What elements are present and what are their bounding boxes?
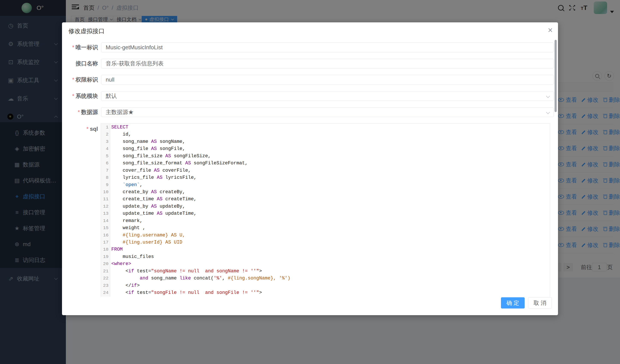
code-line: and song_name like concat('%', #{ling.so… bbox=[111, 275, 550, 282]
line-number: 9 bbox=[101, 181, 110, 188]
code-line: create_by AS createBy, bbox=[111, 188, 550, 196]
code-line: create_time AS createTime, bbox=[111, 196, 550, 203]
form-row-系统模块: *系统模块默认 bbox=[62, 91, 555, 101]
code-line: #{ling.username} AS U, bbox=[111, 232, 550, 239]
code-line: song_file_size_format AS songFileSizeFor… bbox=[111, 160, 550, 167]
line-number: 19 bbox=[101, 253, 110, 260]
line-number: 23 bbox=[101, 282, 110, 289]
line-number: 12 bbox=[101, 203, 110, 210]
line-number: 4 bbox=[101, 145, 110, 152]
field-value: 主数据源★ bbox=[106, 109, 134, 115]
cancel-button[interactable]: 取 消 bbox=[528, 297, 552, 308]
line-number: 3 bbox=[101, 138, 110, 145]
code-line: remark, bbox=[111, 217, 550, 224]
line-number: 13 bbox=[101, 210, 110, 217]
sql-field-label: *sql bbox=[62, 126, 98, 132]
line-number: 22 bbox=[101, 275, 110, 282]
code-line: update_time AS updateTime, bbox=[111, 210, 550, 217]
chevron-down-icon bbox=[546, 110, 550, 114]
modal-scrollbar-thumb[interactable] bbox=[555, 40, 557, 112]
code-line: update_by AS updateBy, bbox=[111, 203, 550, 210]
field-value: 默认 bbox=[106, 93, 117, 99]
code-line: song_name AS songName, bbox=[111, 138, 550, 145]
code-line: weight , bbox=[111, 224, 550, 231]
code-line: song_file_size AS songFileSize, bbox=[111, 152, 550, 160]
code-line: <if test="songFile != null and songFile … bbox=[111, 289, 550, 296]
form-row-数据源: *数据源主数据源★ bbox=[62, 107, 555, 117]
line-number: 7 bbox=[101, 167, 110, 174]
code-line: song_file AS songFile, bbox=[111, 145, 550, 152]
code-line: id, bbox=[111, 131, 550, 138]
field-label: 接口名称 bbox=[62, 59, 98, 68]
form-row-接口名称: 接口名称音乐-获取音乐信息列表 bbox=[62, 59, 555, 68]
form-row-唯一标识: *唯一标识Music-getMusicInfoList bbox=[62, 43, 555, 52]
line-number: 2 bbox=[101, 131, 110, 138]
line-number: 6 bbox=[101, 160, 110, 167]
line-number: 17 bbox=[101, 239, 110, 246]
editor-gutter: 123456789101112131415161718192021222324 bbox=[101, 124, 110, 297]
code-line: cover_file AS coverFile, bbox=[111, 167, 550, 174]
line-number: 20 bbox=[101, 260, 110, 267]
line-number: 16 bbox=[101, 232, 110, 239]
code-line: #{ling.userId} AS UID bbox=[111, 239, 550, 246]
line-number: 1 bbox=[101, 124, 110, 131]
line-number: 10 bbox=[101, 188, 110, 196]
code-line: </if> bbox=[111, 282, 550, 289]
field-value: null bbox=[106, 76, 114, 83]
line-number: 24 bbox=[101, 289, 110, 296]
confirm-button[interactable]: 确 定 bbox=[501, 297, 525, 308]
select-系统模块[interactable]: 默认 bbox=[101, 91, 554, 101]
field-value: Music-getMusicInfoList bbox=[106, 44, 163, 51]
code-line: FROM bbox=[111, 246, 550, 253]
select-数据源[interactable]: 主数据源★ bbox=[101, 107, 554, 117]
code-line: <where> bbox=[111, 260, 550, 267]
line-number: 8 bbox=[101, 174, 110, 181]
line-number: 11 bbox=[101, 196, 110, 203]
input-唯一标识[interactable]: Music-getMusicInfoList bbox=[101, 43, 554, 52]
field-label: *数据源 bbox=[62, 107, 98, 117]
close-icon[interactable]: × bbox=[545, 25, 555, 35]
line-number: 15 bbox=[101, 224, 110, 231]
line-number: 21 bbox=[101, 268, 110, 275]
field-label: *系统模块 bbox=[62, 91, 98, 101]
input-接口名称[interactable]: 音乐-获取音乐信息列表 bbox=[101, 59, 554, 68]
code-line: `open`, bbox=[111, 181, 550, 188]
editor-code[interactable]: SELECT id, song_name AS songName, song_f… bbox=[111, 124, 550, 296]
code-line: lyrics_file AS lyricsFile, bbox=[111, 174, 550, 181]
chevron-down-icon bbox=[546, 94, 550, 98]
edit-virtual-interface-dialog: 修改虚拟接口 × *唯一标识Music-getMusicInfoList接口名称… bbox=[62, 22, 558, 315]
line-number: 14 bbox=[101, 217, 110, 224]
code-line: SELECT bbox=[111, 124, 550, 131]
code-line: <if test="songName != null and songName … bbox=[111, 268, 550, 275]
line-number: 18 bbox=[101, 246, 110, 253]
form-row-权限标识: *权限标识null bbox=[62, 75, 555, 85]
field-label: *权限标识 bbox=[62, 75, 98, 85]
line-number: 5 bbox=[101, 152, 110, 160]
code-line: music_files bbox=[111, 253, 550, 260]
dialog-title: 修改虚拟接口 bbox=[68, 27, 105, 35]
field-value: 音乐-获取音乐信息列表 bbox=[106, 60, 164, 67]
input-权限标识[interactable]: null bbox=[101, 75, 554, 85]
sql-code-editor[interactable]: 123456789101112131415161718192021222324 … bbox=[101, 123, 550, 297]
field-label: *唯一标识 bbox=[62, 43, 98, 52]
